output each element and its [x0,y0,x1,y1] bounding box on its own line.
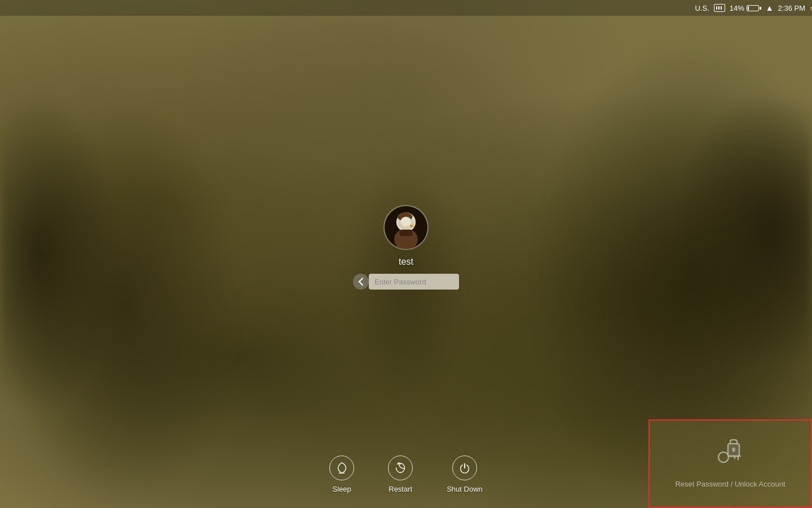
back-button[interactable] [353,274,369,290]
battery-body [747,5,759,11]
svg-rect-10 [400,230,413,236]
restart-icon-container [388,456,413,480]
menubar: U.S. 14% ⚡ ▲ 2:36 PM [0,0,812,16]
restart-label: Restart [389,485,412,493]
restart-icon [394,462,407,474]
wifi-icon: ▲ [766,3,774,12]
clock: 2:36 PM [778,4,805,12]
reset-password-label: Reset Password / Unlock Account [675,480,785,488]
sleep-button[interactable]: Sleep [329,456,354,493]
username-label: test [399,257,413,267]
restart-button[interactable]: Restart [388,456,413,493]
avatar[interactable] [383,205,429,250]
lock-key-icon [713,439,747,473]
chevron-left-icon [358,278,364,286]
svg-point-13 [718,452,729,462]
password-row [353,274,459,290]
sleep-icon [336,462,348,474]
keyboard-layout: U.S. [695,4,709,12]
shutdown-icon [458,462,471,474]
battery-container: 14% ⚡ [730,4,761,12]
shutdown-label: Shut Down [447,485,483,493]
charging-icon: ⚡ [809,5,812,11]
battery-tip [760,7,761,10]
reset-password-panel[interactable]: Reset Password / Unlock Account [648,419,812,508]
eagle-avatar-image [385,206,427,249]
password-input[interactable] [369,274,459,290]
svg-rect-19 [733,449,735,452]
keyboard-icon-container [714,4,725,12]
sleep-label: Sleep [333,485,351,493]
shutdown-button[interactable]: Shut Down [447,456,483,493]
svg-point-9 [401,217,412,226]
wifi-container: ▲ [766,3,774,12]
battery-icon: ⚡ [747,5,761,11]
shutdown-icon-container [452,456,477,480]
keyboard-icon [714,4,725,12]
sleep-icon-container [329,456,354,480]
battery-fill [748,6,749,10]
login-area: test [353,205,459,290]
